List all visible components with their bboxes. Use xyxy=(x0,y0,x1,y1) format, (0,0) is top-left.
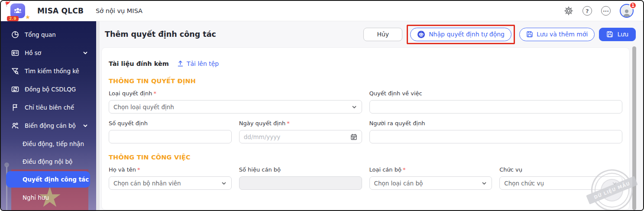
id-card-icon xyxy=(11,49,19,57)
attachments-row: Tài liệu đính kèm Tải lên tệp xyxy=(109,60,622,67)
decision-subject-control xyxy=(369,100,623,114)
sidebar-item-tong-quan[interactable]: Tổng quan xyxy=(1,26,96,44)
sidebar-subitem-quyet-dinh-cong-tac[interactable]: Quyết định công tác xyxy=(6,171,90,188)
vertical-scrollbar[interactable] xyxy=(632,46,636,210)
notification-badge[interactable]: 1 xyxy=(629,2,637,9)
field-label: Số hiệu cán bộ xyxy=(239,166,362,173)
floppy-disk-icon xyxy=(606,31,613,38)
field-label: Loại cán bộ* xyxy=(369,166,492,173)
chevron-down-icon xyxy=(351,104,357,110)
save-and-new-label: Lưu và thêm mới xyxy=(537,31,588,38)
field-staff-code: Số hiệu cán bộ xyxy=(239,166,362,190)
job-info-grid: Họ và tên* Chọn cán bộ nhân viên Số hiệu… xyxy=(109,166,622,190)
sidebar-item-tim-kiem-thong-ke[interactable]: Tìm kiếm thống kê xyxy=(1,62,96,80)
red-annotation-box: Nhập quyết định tự động xyxy=(407,25,515,44)
save-and-new-button[interactable]: Lưu và thêm mới xyxy=(519,28,595,41)
required-marker: * xyxy=(153,90,156,97)
app-window: 🚩 2.9 ★ MISA QLCB Sở nội vụ MISA ? xyxy=(0,0,644,211)
sidebar-item-label: Tìm kiếm thống kê xyxy=(25,68,79,75)
settings-gear-icon[interactable] xyxy=(564,6,573,16)
field-label: Chức vụ xyxy=(499,166,622,173)
field-decision-number: Số quyết định xyxy=(109,120,232,143)
field-label: Ngày quyết định* xyxy=(239,120,362,127)
robot-icon xyxy=(417,30,425,39)
required-marker: * xyxy=(403,166,406,173)
chevron-down-icon xyxy=(82,50,88,56)
sidebar-item-chi-tieu-bien-che[interactable]: Chỉ tiêu biên chế xyxy=(1,98,96,117)
chevron-down-icon xyxy=(221,180,227,186)
cancel-button[interactable]: Hủy xyxy=(363,28,402,41)
sync-database-icon xyxy=(11,85,19,93)
filter-search-icon xyxy=(11,67,19,75)
chevron-down-icon xyxy=(612,180,618,186)
field-decision-type: Loại quyết định* Chọn loại quyết định xyxy=(109,90,362,114)
version-badge: 2.9 xyxy=(7,16,19,21)
decision-date-control xyxy=(239,130,362,143)
sidebar-subitem-nghi-huu[interactable]: Nghỉ hưu xyxy=(1,188,96,206)
app-logo: 🚩 2.9 ★ xyxy=(10,2,27,19)
organization-name[interactable]: Sở nội vụ MISA xyxy=(96,7,142,14)
required-marker: * xyxy=(137,166,140,173)
sidebar-item-ho-so[interactable]: Hồ sơ xyxy=(1,44,96,62)
field-label: Người ra quyết định xyxy=(369,120,623,127)
people-icon xyxy=(11,122,19,130)
sidebar-subitem-dieu-dong-tiep-nhan[interactable]: Điều động, tiếp nhận xyxy=(1,135,96,153)
sidebar-item-label: Biến động cán bộ xyxy=(25,122,76,129)
upload-icon xyxy=(177,60,184,67)
help-icon[interactable]: ? xyxy=(583,6,592,16)
staff-code-input xyxy=(244,177,357,189)
decision-type-select[interactable]: Chọn loại quyết định xyxy=(109,100,362,114)
decision-issuer-control xyxy=(369,130,623,143)
field-label: Loại quyết định* xyxy=(109,90,362,97)
people-group-icon xyxy=(13,6,23,16)
floppy-disk-icon xyxy=(526,31,533,38)
page-toolbar: Thêm quyết định công tác Hủy Nhập quyết … xyxy=(96,21,643,47)
decision-date-input[interactable] xyxy=(244,130,347,143)
save-button[interactable]: Lưu xyxy=(599,28,636,41)
select-placeholder: Chọn loại quyết định xyxy=(113,104,351,110)
select-placeholder: Chọn cán bộ nhân viên xyxy=(113,180,221,187)
pie-chart-icon xyxy=(11,31,19,39)
sidebar-item-bien-dong-can-bo[interactable]: Biến động cán bộ xyxy=(1,117,96,135)
field-decision-issuer: Người ra quyết định xyxy=(369,120,623,143)
sidebar-nav: Tổng quan Hồ sơ xyxy=(1,21,96,206)
upload-file-link[interactable]: Tải lên tệp xyxy=(177,60,219,67)
sidebar-item-label: Chỉ tiêu biên chế xyxy=(25,104,74,111)
decision-subject-input[interactable] xyxy=(374,101,618,113)
toolbar-actions: Hủy Nhập quyết định tự động xyxy=(363,25,636,44)
field-position: Chức vụ Chọn chức vụ xyxy=(499,166,622,190)
sidebar-subitem-dieu-dong-noi-bo[interactable]: Điều động nội bộ xyxy=(1,153,96,170)
save-label: Lưu xyxy=(617,31,628,38)
top-header: 🚩 2.9 ★ MISA QLCB Sở nội vụ MISA ? xyxy=(1,1,643,21)
header-actions: ? ··· 1 xyxy=(564,4,643,18)
decision-issuer-input[interactable] xyxy=(374,130,618,143)
field-label: Họ và tên* xyxy=(109,166,232,173)
form-card: Tài liệu đính kèm Tải lên tệp THÔNG TIN … xyxy=(101,47,630,210)
more-options-icon[interactable]: ··· xyxy=(601,6,611,16)
sidebar-item-label: Tổng quan xyxy=(25,31,56,38)
select-placeholder: Chọn chức vụ xyxy=(504,180,612,187)
vietnam-flag-icon: 🚩 xyxy=(5,1,12,7)
sidebar-item-label: Đồng bộ CSDLQG xyxy=(25,86,76,93)
position-select[interactable]: Chọn chức vụ xyxy=(499,176,622,190)
decision-info-grid: Loại quyết định* Chọn loại quyết định Qu… xyxy=(109,90,622,143)
staff-code-control xyxy=(239,176,362,190)
calendar-icon[interactable] xyxy=(350,133,357,140)
decision-number-input[interactable] xyxy=(113,130,227,143)
section-title-job-info: THÔNG TIN CÔNG VIỆC xyxy=(109,154,622,161)
field-decision-date: Ngày quyết định* xyxy=(239,120,362,143)
staff-type-select[interactable]: Chọn loại cán bộ xyxy=(369,176,492,190)
sidebar-item-dong-bo-csdlqg[interactable]: Đồng bộ CSDLQG xyxy=(1,80,96,98)
section-title-decision-info: THÔNG TIN QUYẾT ĐỊNH xyxy=(109,78,622,84)
full-name-select[interactable]: Chọn cán bộ nhân viên xyxy=(109,176,232,190)
auto-import-label: Nhập quyết định tự động xyxy=(429,31,505,38)
user-avatar-wrap: 1 xyxy=(620,4,634,18)
chevron-down-icon xyxy=(82,123,88,129)
attachments-label: Tài liệu đính kèm xyxy=(109,60,169,67)
auto-import-decision-button[interactable]: Nhập quyết định tự động xyxy=(410,28,511,41)
page-title: Thêm quyết định công tác xyxy=(105,30,216,39)
field-full-name: Họ và tên* Chọn cán bộ nhân viên xyxy=(109,166,232,190)
field-decision-subject: Quyết định về việc xyxy=(369,90,623,114)
field-staff-type: Loại cán bộ* Chọn loại cán bộ xyxy=(369,166,492,190)
main-content: Thêm quyết định công tác Hủy Nhập quyết … xyxy=(96,21,643,210)
